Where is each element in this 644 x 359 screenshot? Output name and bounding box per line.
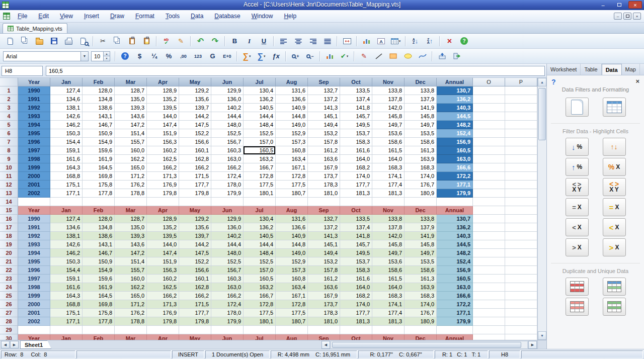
column-header-H[interactable]: Jul — [244, 78, 276, 86]
font-size-combo[interactable]: 10 ▲▼ — [91, 51, 110, 61]
cell-L17[interactable]: 137,8 — [372, 223, 405, 232]
cell-D2[interactable]: 135,0 — [115, 95, 147, 104]
cell-E13[interactable]: 179,8 — [147, 189, 179, 198]
cell-O30[interactable] — [473, 334, 505, 340]
align-right-button[interactable] — [306, 35, 319, 47]
cell-C16[interactable]: 128,0 — [83, 215, 115, 223]
cell-L12[interactable]: 177,4 — [372, 181, 405, 189]
cell-M10[interactable]: 168,3 — [405, 163, 437, 172]
edit-text-button[interactable]: ✎ — [174, 35, 188, 47]
cell-B22[interactable]: 154,4 — [50, 266, 83, 275]
cell-F7[interactable]: 156,6 — [179, 138, 211, 146]
cell-P1[interactable] — [505, 86, 537, 95]
cell-K2[interactable]: 137,4 — [340, 95, 372, 104]
cell-J18[interactable]: 141,3 — [308, 232, 340, 240]
cell-K7[interactable]: 158,3 — [340, 138, 372, 146]
window-minimize-button[interactable]: – — [596, 1, 610, 9]
cell-F28[interactable]: 179,8 — [179, 317, 211, 326]
cell-B15[interactable]: Jan — [50, 206, 83, 215]
cell-I16[interactable]: 131,6 — [276, 215, 308, 223]
cell-O4[interactable] — [473, 112, 505, 121]
row-header-26[interactable]: 26 — [0, 300, 18, 309]
cell-H7[interactable]: 157,0 — [244, 138, 276, 146]
cell-L8[interactable]: 161,5 — [372, 146, 405, 155]
cell-E9[interactable]: 162,5 — [147, 155, 179, 163]
cell-O29[interactable] — [473, 326, 505, 334]
cell-C19[interactable]: 143,1 — [83, 240, 115, 249]
less-than-x-highlight-button[interactable]: <X — [603, 218, 626, 236]
cell-L13[interactable]: 181,3 — [372, 189, 405, 198]
cell-G9[interactable]: 163,0 — [211, 155, 244, 163]
cell-N25[interactable]: 166,6 — [437, 292, 473, 300]
hscroll-right-icon[interactable]: ▶ — [528, 341, 537, 349]
cell-M4[interactable]: 145,8 — [405, 112, 437, 121]
cell-H28[interactable]: 180,1 — [244, 317, 276, 326]
cell-B27[interactable]: 175,1 — [50, 309, 83, 317]
cell-J16[interactable]: 132,7 — [308, 215, 340, 223]
cell-E20[interactable]: 147,4 — [147, 249, 179, 257]
cell-E27[interactable]: 176,9 — [147, 309, 179, 317]
cell-B21[interactable]: 150,3 — [50, 257, 83, 266]
print-button[interactable] — [62, 35, 75, 47]
cell-G19[interactable]: 144,4 — [211, 240, 244, 249]
cell-B29[interactable] — [50, 326, 83, 334]
cell-E3[interactable]: 139,5 — [147, 104, 179, 112]
cell-C2[interactable]: 134,8 — [83, 95, 115, 104]
cell-A9[interactable]: 1998 — [18, 155, 50, 163]
cell-F9[interactable]: 162,8 — [179, 155, 211, 163]
cell-H9[interactable]: 163,2 — [244, 155, 276, 163]
insert-function-button[interactable]: ƒx — [269, 50, 283, 62]
cell-N6[interactable]: 152,4 — [437, 129, 473, 138]
cell-K23[interactable]: 161,6 — [340, 275, 372, 283]
cell-L3[interactable]: 142,0 — [372, 104, 405, 112]
cell-F21[interactable]: 152,2 — [179, 257, 211, 266]
cell-G20[interactable]: 148,0 — [211, 249, 244, 257]
cell-F14[interactable] — [179, 198, 211, 206]
cell-I22[interactable]: 157,3 — [276, 266, 308, 275]
cell-N15[interactable]: Annual — [437, 206, 473, 215]
cell-P10[interactable] — [505, 163, 537, 172]
cell-C25[interactable]: 164,5 — [83, 292, 115, 300]
mdi-close-button[interactable]: × — [633, 13, 641, 20]
cell-B2[interactable]: 134,6 — [50, 95, 83, 104]
menu-insert[interactable]: Insert — [78, 13, 105, 20]
insert-chart-button[interactable] — [323, 50, 337, 62]
cell-F8[interactable]: 160,1 — [179, 146, 211, 155]
format-as-table-button[interactable] — [603, 98, 626, 117]
cell-N24[interactable]: 163,0 — [437, 283, 473, 292]
cell-J2[interactable]: 137,2 — [308, 95, 340, 104]
cell-D4[interactable]: 143,6 — [115, 112, 147, 121]
cell-I10[interactable]: 167,1 — [276, 163, 308, 172]
row-header-23[interactable]: 23 — [0, 275, 18, 283]
between-xy-highlight-button[interactable]: < >X Y — [603, 178, 626, 196]
cell-P20[interactable] — [505, 249, 537, 257]
cell-C17[interactable]: 134,8 — [83, 223, 115, 232]
cell-C9[interactable]: 161,9 — [83, 155, 115, 163]
column-header-L[interactable]: Nov — [372, 78, 405, 86]
cell-I29[interactable] — [276, 326, 308, 334]
spell-check-button[interactable]: ab✔ — [159, 35, 173, 47]
cell-K22[interactable]: 158,3 — [340, 266, 372, 275]
cell-G23[interactable]: 160,3 — [211, 275, 244, 283]
cell-B23[interactable]: 159,1 — [50, 275, 83, 283]
cell-A23[interactable]: 1997 — [18, 275, 50, 283]
cell-G16[interactable]: 129,9 — [211, 215, 244, 223]
cell-D29[interactable] — [115, 326, 147, 334]
cell-J13[interactable]: 181,0 — [308, 189, 340, 198]
cell-H20[interactable]: 148,4 — [244, 249, 276, 257]
font-name-dropdown-icon[interactable]: ▼ — [80, 52, 88, 61]
cell-B7[interactable]: 154,4 — [50, 138, 83, 146]
merge-cells-button[interactable] — [340, 35, 354, 47]
cell-C21[interactable]: 150,9 — [83, 257, 115, 266]
cell-M8[interactable]: 161,3 — [405, 146, 437, 155]
cell-P27[interactable] — [505, 309, 537, 317]
cell-O22[interactable] — [473, 266, 505, 275]
cell-A22[interactable]: 1996 — [18, 266, 50, 275]
cell-M13[interactable]: 180,9 — [405, 189, 437, 198]
cell-M28[interactable]: 180,9 — [405, 317, 437, 326]
cell-M18[interactable]: 141,9 — [405, 232, 437, 240]
equal-x-highlight-button[interactable]: =X — [603, 198, 626, 216]
bottom-percent-button[interactable]: ↓% — [566, 138, 589, 156]
less-than-x-button[interactable]: <X — [566, 218, 589, 236]
cell-L21[interactable]: 153,6 — [372, 257, 405, 266]
